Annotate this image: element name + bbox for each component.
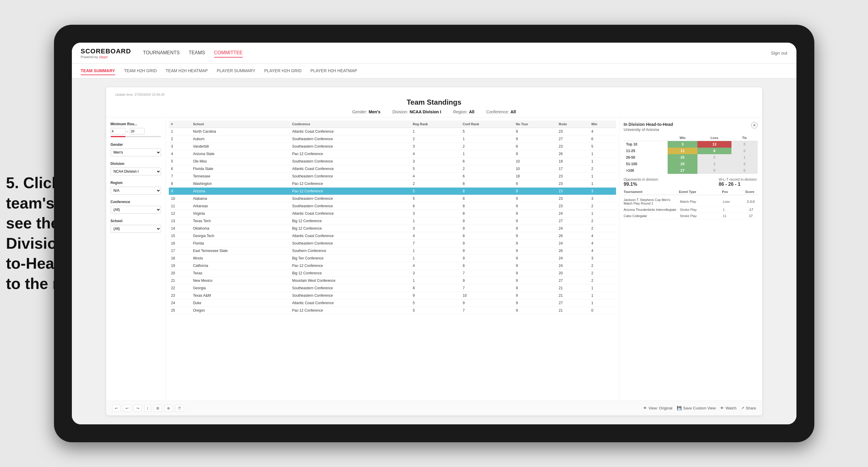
- conference-filter-value: All: [510, 110, 516, 114]
- subnav-team-h2h-heatmap[interactable]: TEAM H2H HEATMAP: [166, 67, 208, 75]
- cell-win: 3: [589, 188, 616, 195]
- table-row[interactable]: 1 North Carolina Atlantic Coast Conferen…: [169, 128, 616, 135]
- cell-rnds: 23: [556, 128, 589, 135]
- cell-conf-rank: 6: [460, 158, 514, 165]
- cell-num: 14: [169, 225, 191, 232]
- region-filter-label: Region:: [453, 110, 468, 114]
- cell-win: 2: [589, 262, 616, 270]
- table-row[interactable]: 9 Arizona Pac-12 Conference 5 8 9 23 3: [169, 188, 616, 195]
- table-row[interactable]: 10 Alabama Southeastern Conference 5 8 9…: [169, 195, 616, 203]
- subnav-team-summary[interactable]: TEAM SUMMARY: [81, 67, 115, 75]
- subnav-player-summary[interactable]: PLAYER SUMMARY: [217, 67, 255, 75]
- col-conference: Conference: [290, 121, 411, 128]
- redo-button[interactable]: ↪: [133, 405, 142, 412]
- cell-reg-rank: 4: [410, 262, 460, 270]
- region-select[interactable]: N/A: [111, 187, 161, 194]
- table-row[interactable]: 11 Arkansas Southeastern Conference 6 8 …: [169, 203, 616, 210]
- table-row[interactable]: 17 East Tennessee State Southern Confere…: [169, 247, 616, 255]
- logo-brand: clippd: [99, 55, 107, 59]
- table-row[interactable]: 5 Ole Miss Southeastern Conference 3 6 1…: [169, 158, 616, 165]
- cell-win: 1: [589, 180, 616, 188]
- table-row[interactable]: 15 Georgia Tech Atlantic Coast Conferenc…: [169, 232, 616, 240]
- table-row[interactable]: 6 Florida State Atlantic Coast Conferenc…: [169, 165, 616, 173]
- table-row[interactable]: 21 New Mexico Mountain West Conference 1…: [169, 277, 616, 284]
- table-row[interactable]: 24 Duke Atlantic Coast Conference 5 9 9 …: [169, 300, 616, 307]
- toolbar-right: 👁 View: Original 💾 Save Custom View 👁 Wa…: [643, 406, 756, 410]
- table-row[interactable]: 12 Virginia Atlantic Coast Conference 3 …: [169, 210, 616, 217]
- h2h-table: Win Loss Tie Top 10 3 13 0 11-25 11 8 0 …: [624, 135, 758, 174]
- cell-school: Texas A&M: [190, 292, 290, 300]
- tournament-row: Cabo Collegiate Stroke Play 11 17: [624, 213, 758, 219]
- cell-reg-rank: 1: [410, 128, 460, 135]
- cell-conference: Atlantic Coast Conference: [290, 165, 411, 173]
- table-row[interactable]: 3 Vanderbilt Southeastern Conference 3 2…: [169, 143, 616, 150]
- undo-button[interactable]: ↩: [112, 405, 121, 412]
- undo2-button[interactable]: ↩: [123, 405, 131, 412]
- cell-conf-rank: 9: [460, 225, 514, 232]
- h2h-opponents: Opponents in division: 99.1% W-L-T recor…: [624, 178, 758, 187]
- cell-reg-rank: 5: [410, 300, 460, 307]
- cell-num: 3: [169, 143, 191, 150]
- cell-no-tour: 9: [514, 203, 556, 210]
- cell-reg-rank: 5: [410, 188, 460, 195]
- gender-select[interactable]: Men's: [111, 149, 161, 156]
- nav-teams[interactable]: TEAMS: [189, 49, 205, 58]
- step-back-button[interactable]: ⟨: [144, 405, 151, 412]
- tournament-col-event: Event Type: [679, 190, 716, 193]
- table-row[interactable]: 18 Illinois Big Ten Conference 1 9 9 24 …: [169, 255, 616, 262]
- cell-conference: Southeastern Conference: [290, 135, 411, 143]
- save-icon: 💾: [677, 406, 682, 410]
- subnav-team-h2h-grid[interactable]: TEAM H2H GRID: [124, 67, 157, 75]
- tournament-event: Match Play: [680, 200, 720, 204]
- table-row[interactable]: 8 Washington Pac-12 Conference 2 8 9 23 …: [169, 180, 616, 188]
- cell-win: 1: [589, 210, 616, 217]
- h2h-close-button[interactable]: ✕: [751, 122, 758, 128]
- cell-school: New Mexico: [190, 277, 290, 284]
- grid-button[interactable]: ⊞: [154, 405, 162, 412]
- h2h-cell-tie: 0: [732, 167, 757, 174]
- table-row[interactable]: 13 Texas Tech Big 12 Conference 1 9 9 27…: [169, 217, 616, 225]
- panel-body: Minimum Rou... – Gender: [106, 118, 762, 401]
- min-rounds-slider[interactable]: [111, 136, 161, 137]
- cell-school: Florida State: [190, 165, 290, 173]
- table-row[interactable]: 7 Tennessee Southeastern Conference 4 6 …: [169, 173, 616, 180]
- sign-out-button[interactable]: Sign out: [771, 51, 787, 56]
- cell-conference: Southeastern Conference: [290, 284, 411, 292]
- gender-label: Gender: [111, 143, 161, 147]
- add-button[interactable]: ⊕: [164, 405, 173, 412]
- time-button[interactable]: ⏱: [175, 405, 184, 412]
- cell-num: 23: [169, 292, 191, 300]
- subnav-player-h2h-heatmap[interactable]: PLAYER H2H HEATMAP: [310, 67, 357, 75]
- cell-win: 4: [589, 232, 616, 240]
- tournaments-section: Tournament Event Type Pos Score Jackson …: [624, 190, 758, 219]
- save-custom-button[interactable]: 💾 Save Custom View: [677, 406, 716, 410]
- table-row[interactable]: 25 Oregon Pac-12 Conference 5 7 9 21 0: [169, 307, 616, 314]
- cell-school: Illinois: [190, 255, 290, 262]
- share-button[interactable]: ↗ Share: [741, 406, 756, 410]
- cell-num: 24: [169, 300, 191, 307]
- opponents-value: 99.1%: [624, 182, 659, 187]
- table-row[interactable]: 14 Oklahoma Big 12 Conference 3 9 9 24 2: [169, 225, 616, 232]
- min-rounds-max-input[interactable]: [130, 128, 145, 134]
- table-row[interactable]: 19 California Pac-12 Conference 4 8 9 24…: [169, 262, 616, 270]
- min-rounds-min-input[interactable]: [111, 128, 126, 134]
- table-row[interactable]: 16 Florida Southeastern Conference 7 9 9…: [169, 240, 616, 247]
- nav-tournaments[interactable]: TOURNAMENTS: [143, 49, 180, 58]
- table-row[interactable]: 4 Arizona State Pac-12 Conference 4 1 9 …: [169, 150, 616, 158]
- subnav-player-h2h-grid[interactable]: PLAYER H2H GRID: [264, 67, 302, 75]
- view-original-button[interactable]: 👁 View: Original: [643, 406, 672, 410]
- record-label: W-L-T record in-division:: [719, 178, 757, 182]
- division-select[interactable]: NCAA Division I: [111, 167, 161, 175]
- table-row[interactable]: 23 Texas A&M Southeastern Conference 9 1…: [169, 292, 616, 300]
- table-row[interactable]: 2 Auburn Southeastern Conference 2 1 9 2…: [169, 135, 616, 143]
- cell-conf-rank: 9: [460, 277, 514, 284]
- watch-button[interactable]: 👁 Watch: [720, 406, 736, 410]
- school-select[interactable]: (All): [111, 225, 161, 232]
- h2h-cell-win: 25: [668, 154, 697, 161]
- table-row[interactable]: 20 Texas Big 12 Conference 3 7 9 20 2: [169, 270, 616, 277]
- nav-committee[interactable]: COMMITTEE: [214, 49, 243, 58]
- conference-select[interactable]: (All): [111, 206, 161, 214]
- table-row[interactable]: 22 Georgia Southeastern Conference 8 7 9…: [169, 284, 616, 292]
- cell-conf-rank: 7: [460, 270, 514, 277]
- cell-reg-rank: 3: [410, 270, 460, 277]
